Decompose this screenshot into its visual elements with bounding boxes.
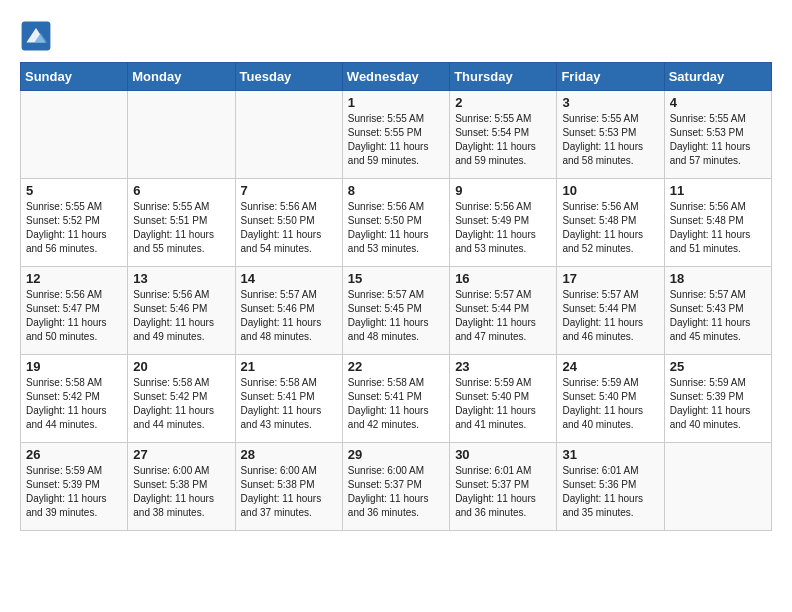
day-number: 30: [455, 447, 551, 462]
day-info: Sunrise: 5:57 AM Sunset: 5:45 PM Dayligh…: [348, 288, 444, 344]
day-number: 4: [670, 95, 766, 110]
weekday-saturday: Saturday: [664, 63, 771, 91]
calendar-week-4: 19Sunrise: 5:58 AM Sunset: 5:42 PM Dayli…: [21, 355, 772, 443]
calendar-cell: 26Sunrise: 5:59 AM Sunset: 5:39 PM Dayli…: [21, 443, 128, 531]
day-info: Sunrise: 5:57 AM Sunset: 5:46 PM Dayligh…: [241, 288, 337, 344]
day-number: 26: [26, 447, 122, 462]
calendar-cell: [128, 91, 235, 179]
day-info: Sunrise: 5:59 AM Sunset: 5:39 PM Dayligh…: [26, 464, 122, 520]
logo: [20, 20, 58, 52]
calendar-cell: 4Sunrise: 5:55 AM Sunset: 5:53 PM Daylig…: [664, 91, 771, 179]
calendar-cell: 20Sunrise: 5:58 AM Sunset: 5:42 PM Dayli…: [128, 355, 235, 443]
day-number: 15: [348, 271, 444, 286]
day-number: 25: [670, 359, 766, 374]
day-number: 19: [26, 359, 122, 374]
calendar-cell: 15Sunrise: 5:57 AM Sunset: 5:45 PM Dayli…: [342, 267, 449, 355]
day-number: 21: [241, 359, 337, 374]
calendar-cell: 9Sunrise: 5:56 AM Sunset: 5:49 PM Daylig…: [450, 179, 557, 267]
calendar-cell: 30Sunrise: 6:01 AM Sunset: 5:37 PM Dayli…: [450, 443, 557, 531]
day-info: Sunrise: 5:55 AM Sunset: 5:55 PM Dayligh…: [348, 112, 444, 168]
day-info: Sunrise: 5:57 AM Sunset: 5:44 PM Dayligh…: [562, 288, 658, 344]
day-number: 7: [241, 183, 337, 198]
weekday-header-row: SundayMondayTuesdayWednesdayThursdayFrid…: [21, 63, 772, 91]
calendar-cell: 16Sunrise: 5:57 AM Sunset: 5:44 PM Dayli…: [450, 267, 557, 355]
calendar-cell: 3Sunrise: 5:55 AM Sunset: 5:53 PM Daylig…: [557, 91, 664, 179]
day-info: Sunrise: 5:55 AM Sunset: 5:51 PM Dayligh…: [133, 200, 229, 256]
calendar-cell: 17Sunrise: 5:57 AM Sunset: 5:44 PM Dayli…: [557, 267, 664, 355]
day-number: 14: [241, 271, 337, 286]
day-number: 12: [26, 271, 122, 286]
day-number: 1: [348, 95, 444, 110]
calendar-cell: 7Sunrise: 5:56 AM Sunset: 5:50 PM Daylig…: [235, 179, 342, 267]
day-number: 31: [562, 447, 658, 462]
day-number: 9: [455, 183, 551, 198]
day-number: 11: [670, 183, 766, 198]
weekday-monday: Monday: [128, 63, 235, 91]
day-info: Sunrise: 5:58 AM Sunset: 5:42 PM Dayligh…: [26, 376, 122, 432]
day-info: Sunrise: 5:59 AM Sunset: 5:40 PM Dayligh…: [562, 376, 658, 432]
calendar-cell: 18Sunrise: 5:57 AM Sunset: 5:43 PM Dayli…: [664, 267, 771, 355]
day-info: Sunrise: 5:57 AM Sunset: 5:44 PM Dayligh…: [455, 288, 551, 344]
calendar-cell: 11Sunrise: 5:56 AM Sunset: 5:48 PM Dayli…: [664, 179, 771, 267]
day-info: Sunrise: 6:01 AM Sunset: 5:37 PM Dayligh…: [455, 464, 551, 520]
calendar-cell: [664, 443, 771, 531]
day-number: 8: [348, 183, 444, 198]
calendar-body: 1Sunrise: 5:55 AM Sunset: 5:55 PM Daylig…: [21, 91, 772, 531]
day-info: Sunrise: 5:56 AM Sunset: 5:50 PM Dayligh…: [241, 200, 337, 256]
day-info: Sunrise: 5:57 AM Sunset: 5:43 PM Dayligh…: [670, 288, 766, 344]
calendar-week-5: 26Sunrise: 5:59 AM Sunset: 5:39 PM Dayli…: [21, 443, 772, 531]
calendar-cell: 14Sunrise: 5:57 AM Sunset: 5:46 PM Dayli…: [235, 267, 342, 355]
day-number: 17: [562, 271, 658, 286]
logo-icon: [20, 20, 52, 52]
calendar-cell: 25Sunrise: 5:59 AM Sunset: 5:39 PM Dayli…: [664, 355, 771, 443]
calendar-cell: 12Sunrise: 5:56 AM Sunset: 5:47 PM Dayli…: [21, 267, 128, 355]
day-number: 2: [455, 95, 551, 110]
calendar-cell: 1Sunrise: 5:55 AM Sunset: 5:55 PM Daylig…: [342, 91, 449, 179]
day-info: Sunrise: 5:59 AM Sunset: 5:39 PM Dayligh…: [670, 376, 766, 432]
calendar-week-2: 5Sunrise: 5:55 AM Sunset: 5:52 PM Daylig…: [21, 179, 772, 267]
calendar-cell: 31Sunrise: 6:01 AM Sunset: 5:36 PM Dayli…: [557, 443, 664, 531]
page-header: [20, 20, 772, 52]
day-info: Sunrise: 5:55 AM Sunset: 5:53 PM Dayligh…: [670, 112, 766, 168]
day-number: 3: [562, 95, 658, 110]
day-info: Sunrise: 5:59 AM Sunset: 5:40 PM Dayligh…: [455, 376, 551, 432]
calendar-cell: 29Sunrise: 6:00 AM Sunset: 5:37 PM Dayli…: [342, 443, 449, 531]
day-info: Sunrise: 5:56 AM Sunset: 5:46 PM Dayligh…: [133, 288, 229, 344]
calendar-cell: 28Sunrise: 6:00 AM Sunset: 5:38 PM Dayli…: [235, 443, 342, 531]
day-info: Sunrise: 5:55 AM Sunset: 5:53 PM Dayligh…: [562, 112, 658, 168]
calendar-cell: 2Sunrise: 5:55 AM Sunset: 5:54 PM Daylig…: [450, 91, 557, 179]
day-info: Sunrise: 5:55 AM Sunset: 5:52 PM Dayligh…: [26, 200, 122, 256]
weekday-tuesday: Tuesday: [235, 63, 342, 91]
day-info: Sunrise: 5:56 AM Sunset: 5:50 PM Dayligh…: [348, 200, 444, 256]
day-info: Sunrise: 5:56 AM Sunset: 5:48 PM Dayligh…: [670, 200, 766, 256]
day-number: 10: [562, 183, 658, 198]
weekday-thursday: Thursday: [450, 63, 557, 91]
calendar-cell: [235, 91, 342, 179]
calendar-table: SundayMondayTuesdayWednesdayThursdayFrid…: [20, 62, 772, 531]
day-number: 16: [455, 271, 551, 286]
day-info: Sunrise: 6:00 AM Sunset: 5:38 PM Dayligh…: [241, 464, 337, 520]
day-info: Sunrise: 5:58 AM Sunset: 5:41 PM Dayligh…: [241, 376, 337, 432]
day-number: 5: [26, 183, 122, 198]
day-info: Sunrise: 5:58 AM Sunset: 5:41 PM Dayligh…: [348, 376, 444, 432]
day-number: 13: [133, 271, 229, 286]
calendar-cell: 8Sunrise: 5:56 AM Sunset: 5:50 PM Daylig…: [342, 179, 449, 267]
calendar-week-3: 12Sunrise: 5:56 AM Sunset: 5:47 PM Dayli…: [21, 267, 772, 355]
calendar-cell: 5Sunrise: 5:55 AM Sunset: 5:52 PM Daylig…: [21, 179, 128, 267]
day-number: 29: [348, 447, 444, 462]
calendar-cell: 21Sunrise: 5:58 AM Sunset: 5:41 PM Dayli…: [235, 355, 342, 443]
day-info: Sunrise: 6:00 AM Sunset: 5:37 PM Dayligh…: [348, 464, 444, 520]
calendar-week-1: 1Sunrise: 5:55 AM Sunset: 5:55 PM Daylig…: [21, 91, 772, 179]
weekday-friday: Friday: [557, 63, 664, 91]
day-number: 24: [562, 359, 658, 374]
day-number: 23: [455, 359, 551, 374]
calendar-header: SundayMondayTuesdayWednesdayThursdayFrid…: [21, 63, 772, 91]
day-info: Sunrise: 5:56 AM Sunset: 5:47 PM Dayligh…: [26, 288, 122, 344]
weekday-wednesday: Wednesday: [342, 63, 449, 91]
day-info: Sunrise: 5:56 AM Sunset: 5:48 PM Dayligh…: [562, 200, 658, 256]
day-info: Sunrise: 5:58 AM Sunset: 5:42 PM Dayligh…: [133, 376, 229, 432]
calendar-cell: 19Sunrise: 5:58 AM Sunset: 5:42 PM Dayli…: [21, 355, 128, 443]
day-number: 6: [133, 183, 229, 198]
day-number: 18: [670, 271, 766, 286]
calendar-cell: 22Sunrise: 5:58 AM Sunset: 5:41 PM Dayli…: [342, 355, 449, 443]
